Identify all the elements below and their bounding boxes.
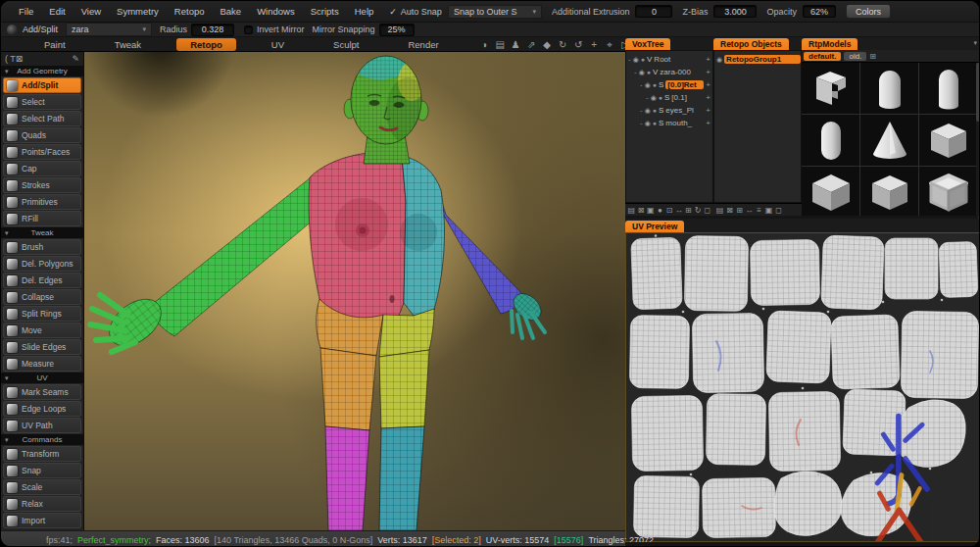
- menu-item[interactable]: Windows: [249, 6, 303, 17]
- sidebar-row[interactable]: ▾ Transform: [3, 446, 81, 462]
- visibility-icon[interactable]: ◉: [716, 56, 722, 64]
- invert-mirror-checkbox[interactable]: [244, 25, 253, 34]
- layer-label[interactable]: eyes_Pl: [665, 106, 704, 115]
- sidebar-row[interactable]: ▾ RFill: [3, 211, 81, 226]
- sidebar-row[interactable]: ▾ Add Geometry: [1, 66, 83, 76]
- sidebar-row[interactable]: ▾ Measure: [3, 356, 81, 372]
- menu-item[interactable]: Scripts: [303, 6, 347, 17]
- rtp-thumb-corner-block[interactable]: [802, 63, 859, 114]
- opacity-input[interactable]: 62%: [803, 5, 836, 18]
- rtp-thumb-round-top-cylinder[interactable]: [919, 63, 977, 114]
- layer-label[interactable]: mouth_: [665, 119, 704, 127]
- sidebar-row[interactable]: ▾ Mark Seams: [3, 384, 81, 400]
- workspace-tab[interactable]: Sculpt: [319, 38, 372, 51]
- rtp-thumb-cube[interactable]: [860, 167, 918, 216]
- sidebar-row[interactable]: ▾ Cap: [3, 161, 81, 176]
- rtp-thumb-cube[interactable]: [802, 167, 859, 216]
- sidebar-row[interactable]: ▾ Move: [3, 323, 81, 338]
- sidebar-row[interactable]: ▾ Select Path: [3, 111, 81, 126]
- voxtree-row[interactable]: - ◉ ● S mouth_ +: [626, 117, 712, 129]
- auto-snap-checkbox[interactable]: ✓ Auto Snap: [389, 7, 442, 17]
- retopo-objects-tab[interactable]: Retopo Objects: [713, 38, 789, 50]
- view-icon[interactable]: ◑: [478, 38, 491, 51]
- add-child-icon[interactable]: +: [706, 68, 712, 76]
- retopo-tool-icon[interactable]: ▣: [764, 205, 773, 216]
- layer-label[interactable]: zara-000: [660, 68, 704, 76]
- collapse-icon[interactable]: -: [628, 55, 631, 64]
- rtp-thumb-cube[interactable]: [919, 115, 977, 166]
- retopo-tool-icon[interactable]: ▤: [715, 205, 724, 216]
- sidebar-row[interactable]: ▾ Commands: [1, 434, 83, 445]
- mirror-snapping-input[interactable]: 25%: [379, 24, 415, 36]
- workspace-tab[interactable]: Paint: [30, 38, 79, 51]
- visibility-icon[interactable]: ◉: [651, 94, 657, 102]
- sidebar-row[interactable]: ▾ Slide Edges: [3, 339, 81, 355]
- sidebar-row[interactable]: ▾ Select: [3, 94, 81, 110]
- add-child-icon[interactable]: +: [706, 80, 712, 89]
- rtp-thumb-cone[interactable]: [860, 115, 918, 166]
- voxtree-tool-icon[interactable]: ▣: [646, 205, 655, 216]
- sidebar-row[interactable]: ▾ UV: [1, 373, 83, 383]
- sidebar-row[interactable]: ▾ Scale: [3, 479, 81, 495]
- visibility-icon[interactable]: ◉: [639, 69, 645, 76]
- menu-item[interactable]: Retopo: [167, 6, 213, 17]
- add-child-icon[interactable]: +: [706, 119, 712, 127]
- add-folder-icon[interactable]: ⊞: [869, 52, 876, 61]
- sidebar-row[interactable]: ▾ Snap: [3, 463, 81, 478]
- view-icon[interactable]: ▤: [494, 38, 507, 51]
- collapse-icon[interactable]: -: [640, 119, 643, 127]
- sidebar-row[interactable]: ▾ Collapse: [3, 289, 81, 305]
- visibility-icon[interactable]: ◉: [633, 56, 639, 64]
- panel-menu-icon[interactable]: ▾: [973, 39, 977, 47]
- menu-item[interactable]: Bake: [213, 6, 250, 17]
- voxtree-tab[interactable]: VoxTree: [625, 38, 670, 50]
- viewport-3d[interactable]: [84, 52, 625, 530]
- rtp-thumb-capsule[interactable]: [802, 115, 859, 166]
- additional-extrusion-input[interactable]: 0: [635, 5, 672, 18]
- workspace-tab[interactable]: Tweak: [101, 38, 155, 51]
- voxtree-tool-icon[interactable]: ▤: [627, 205, 636, 216]
- voxtree-tool-icon[interactable]: ↔: [674, 205, 683, 216]
- sidebar-row[interactable]: ▾ Quads: [3, 127, 81, 143]
- view-icon[interactable]: ↻: [557, 38, 569, 51]
- rtpmodels-scrollbar[interactable]: [976, 63, 980, 216]
- sidebar-row[interactable]: ▾ Del. Edges: [3, 273, 81, 288]
- sidebar-row[interactable]: ▾ Edge Loops: [3, 401, 81, 417]
- voxtree-tool-icon[interactable]: ↻: [694, 205, 703, 216]
- z-bias-input[interactable]: 3.000: [713, 5, 757, 18]
- menu-item[interactable]: Help: [347, 6, 382, 17]
- voxtree-tool-icon[interactable]: ⊞: [684, 205, 693, 216]
- colors-button[interactable]: Colors: [846, 4, 891, 19]
- sidebar-row[interactable]: ▾ Strokes: [3, 177, 81, 193]
- workspace-tab[interactable]: Render: [394, 38, 452, 51]
- object-select[interactable]: zara ▾: [66, 23, 152, 36]
- view-icon[interactable]: ⌖: [604, 38, 616, 51]
- add-child-icon[interactable]: +: [706, 93, 712, 102]
- visibility-icon[interactable]: ◉: [645, 107, 651, 115]
- view-icon[interactable]: ◆: [541, 38, 554, 51]
- sidebar-row[interactable]: ▾ Tweak: [1, 227, 83, 238]
- voxtree-row[interactable]: - ◉ ● V zara-000 +: [626, 66, 712, 78]
- brush-strip[interactable]: ( T⊠ ✎: [1, 52, 83, 66]
- sidebar-row[interactable]: ▾ Import: [3, 513, 81, 528]
- sidebar-row[interactable]: ▾ Split Rings: [3, 306, 81, 322]
- rtpmodels-tab[interactable]: RtpModels: [802, 38, 858, 50]
- view-icon[interactable]: ⇗: [525, 38, 538, 51]
- sidebar-row[interactable]: ▾ UV Path: [3, 418, 81, 433]
- collapse-icon[interactable]: -: [646, 93, 649, 102]
- voxtree-tool-icon[interactable]: ◻: [703, 205, 711, 216]
- retopo-tool-icon[interactable]: ↔: [745, 205, 754, 216]
- voxtree-tool-icon[interactable]: ●: [656, 205, 664, 216]
- rtp-thumb-rounded-cube[interactable]: [919, 167, 977, 216]
- retopo-tool-icon[interactable]: ◻: [774, 205, 783, 216]
- voxtree-row[interactable]: - ◉ ● S [0.1] +: [626, 91, 712, 104]
- voxtree-row[interactable]: - ◉ ● S [0.0]Ret +: [626, 78, 712, 91]
- view-icon[interactable]: +: [588, 38, 601, 51]
- voxtree-row[interactable]: - ◉ ● V Root +: [626, 53, 712, 66]
- sidebar-row[interactable]: ▾ Add/Split: [3, 77, 81, 93]
- visibility-icon[interactable]: ◉: [645, 120, 651, 127]
- menu-item[interactable]: Symmetry: [109, 6, 167, 17]
- menu-item[interactable]: Edit: [41, 6, 73, 17]
- layer-label[interactable]: Root: [654, 55, 704, 64]
- visibility-icon[interactable]: ◉: [645, 81, 651, 89]
